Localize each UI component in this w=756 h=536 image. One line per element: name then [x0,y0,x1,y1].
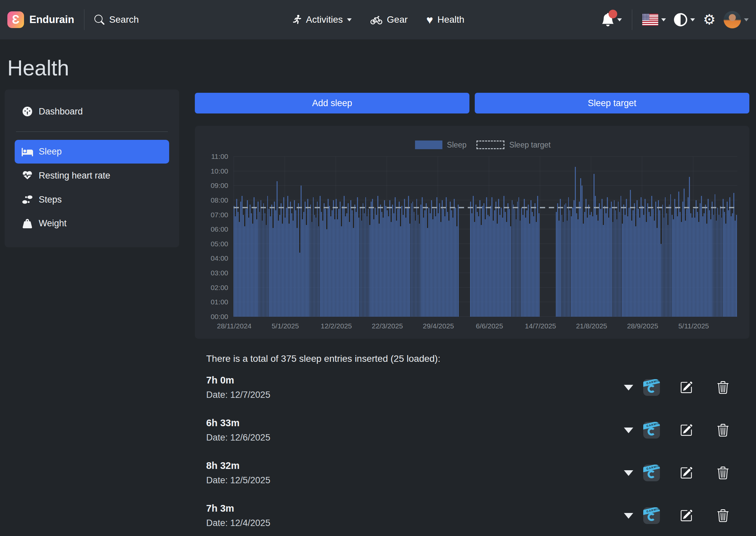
weight-icon [21,219,33,228]
sleep-bar [698,222,699,317]
x-tick-label: 22/3/2025 [372,322,403,330]
sidebar-item-resting-heart-rate[interactable]: Resting heart rate [15,164,169,188]
sleep-bar [646,222,647,317]
chevron-down-icon [347,18,352,21]
sleep-bar [259,212,260,317]
sleep-bar [602,199,603,317]
y-tick-label: 10:00 [211,167,228,175]
sleep-bar [521,208,522,317]
sleep-bar [526,210,527,317]
x-tick-label: 28/11/2024 [217,322,252,330]
sleep-bar [736,215,737,317]
expand-entry-caret-icon[interactable] [624,385,633,390]
search-button[interactable]: Search [94,14,139,25]
sleep-bar [600,209,601,317]
edit-entry-icon[interactable] [680,467,693,479]
sleep-bar [352,210,353,317]
nav-health[interactable]: ♥ Health [426,14,464,25]
sleep-bar [489,216,490,317]
legend-target-swatch[interactable] [476,141,504,149]
sleep-bar [583,224,584,317]
expand-entry-caret-icon[interactable] [624,470,633,476]
sleep-bar [517,202,518,317]
heart-pulse-icon [21,170,33,181]
delete-entry-icon[interactable] [717,467,729,479]
language-selector[interactable] [642,14,666,26]
edit-entry-icon[interactable] [680,381,693,394]
sleep-bar [647,203,648,317]
sleep-bar [536,222,537,317]
settings-gear-icon[interactable]: ⚙ [703,13,716,27]
nav-activities[interactable]: Activities [292,14,352,25]
edit-entry-icon[interactable] [680,509,693,522]
sleep-bar [665,197,666,317]
sleep-bar [567,221,568,317]
sleep-bar [704,213,705,317]
sleep-bar [361,221,362,317]
sidebar-item-weight[interactable]: Weight [15,212,169,235]
sleep-bar [242,196,243,317]
expand-entry-caret-icon[interactable] [624,428,633,433]
brand-name[interactable]: Endurain [29,14,74,26]
user-menu[interactable] [724,11,749,28]
endurain-logo-icon[interactable] [7,11,24,28]
sleep-bar [236,199,237,317]
sleep-bar [584,212,585,317]
sleep-bar [238,212,239,317]
sleep-bar [447,212,448,317]
sleep-bar [513,205,514,317]
sleep-bar [651,196,652,317]
nav-gear[interactable]: Gear [371,14,408,26]
sleep-bar [295,210,296,317]
sleep-bar [316,218,317,317]
sleep-bar [599,203,600,317]
sidebar-item-steps[interactable]: Steps [15,188,169,212]
sidebar-item-sleep[interactable]: Sleep [15,140,169,164]
legend-sleep-swatch[interactable] [415,141,442,149]
sleep-bar [420,205,421,317]
edit-entry-icon[interactable] [680,424,693,437]
sleep-bar [689,177,690,317]
y-tick-label: 07:00 [211,211,228,219]
sleep-bar [631,221,632,317]
sleep-bar [422,197,423,317]
sleep-bar [661,244,662,317]
sleep-bar [274,202,275,317]
us-flag-icon [642,14,658,26]
delete-entry-icon[interactable] [717,509,729,522]
sleep-bar [729,197,730,317]
sleep-bar [349,222,350,317]
sleep-target-button[interactable]: Sleep target [475,93,749,113]
sleep-bar [669,205,670,317]
sidebar-item-dashboard[interactable]: Dashboard [15,99,169,123]
sleep-bar [426,203,427,317]
delete-entry-icon[interactable] [717,381,729,394]
sleep-bar [604,206,605,317]
notifications-button[interactable] [601,13,622,26]
sleep-bar [255,208,256,317]
sleep-bar [333,200,334,317]
legend-sleep-label[interactable]: Sleep [447,141,467,150]
sleep-bar [716,221,717,317]
bed-icon [21,147,33,157]
sleep-bar [404,199,405,317]
chevron-down-icon [690,18,695,21]
sleep-bar [692,218,693,317]
add-sleep-button[interactable]: Add sleep [195,93,469,113]
sleep-bar [240,202,241,317]
sleep-bar [529,224,530,317]
sleep-bar [571,216,572,317]
theme-toggle[interactable] [674,13,695,26]
sleep-bar [514,209,515,317]
sleep-bar [384,200,385,317]
sleep-bar [444,216,445,317]
legend-target-label[interactable]: Sleep target [509,141,550,150]
expand-entry-caret-icon[interactable] [624,513,633,519]
sleep-bar [520,221,521,317]
sleep-bar [456,226,457,317]
sleep-bar [475,205,476,317]
dashboard-gauge-icon [21,106,33,117]
entry-date: Date: 12/7/2025 [206,390,270,400]
entry-date: Date: 12/5/2025 [206,475,270,486]
delete-entry-icon[interactable] [717,424,729,437]
